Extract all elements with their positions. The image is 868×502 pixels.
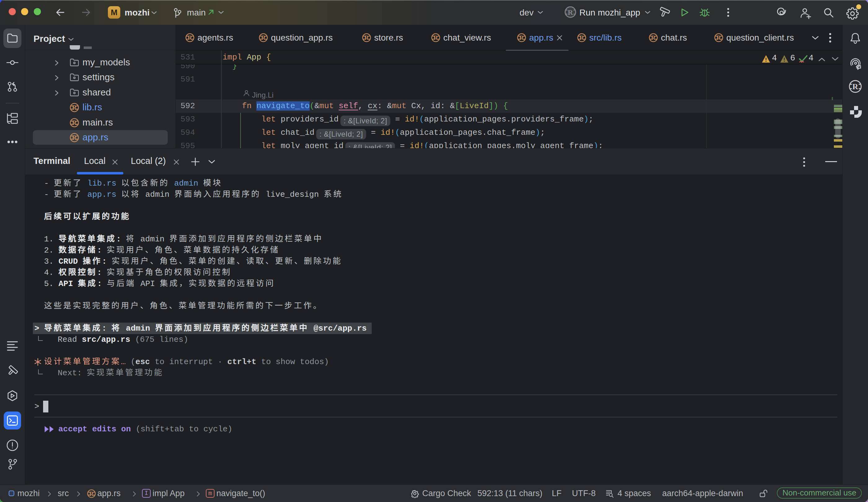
svg-text:R: R <box>852 82 858 91</box>
svg-text:R: R <box>568 8 573 17</box>
